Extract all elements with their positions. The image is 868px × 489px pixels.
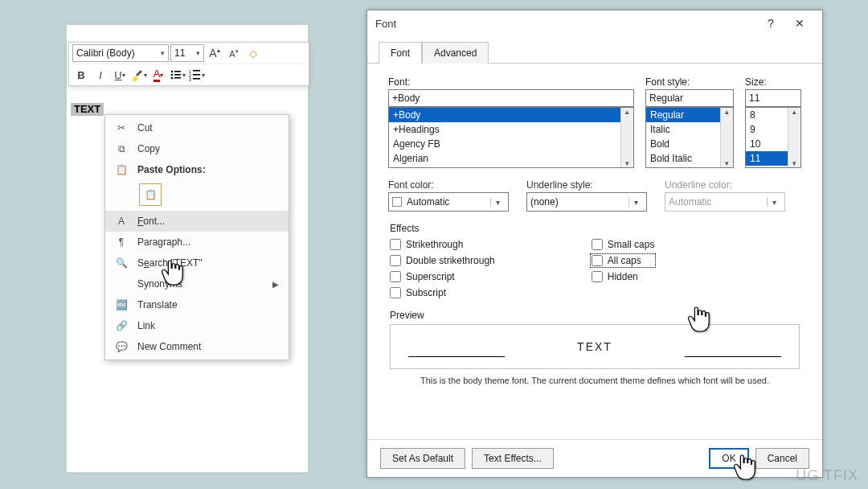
chk-strikethrough[interactable]: Strikethrough [390,239,495,250]
chk-double-strikethrough[interactable]: Double strikethrough [390,255,495,266]
ctx-link[interactable]: 🔗 Link [105,315,289,336]
label-font-color: Font color: [388,179,509,191]
highlight-button[interactable]: ▾ [130,66,148,84]
dialog-titlebar[interactable]: Font ? ✕ [367,10,822,36]
paste-keep-source-format[interactable]: 📋 [139,183,162,206]
ctx-new-comment[interactable]: 💬 New Comment [105,336,289,357]
underline-style-select[interactable]: (none) ▾ [526,192,647,212]
scrollbar[interactable]: ▴▾ [620,108,633,167]
watermark: UG TFIX [796,467,858,484]
translate-icon: 🔤 [113,299,129,310]
help-button[interactable]: ? [756,11,785,35]
font-name-combo[interactable]: Calibri (Body) ▾ [72,44,169,62]
svg-rect-5 [174,77,181,79]
close-button[interactable]: ✕ [785,11,814,35]
font-color-select[interactable]: Automatic ▾ [388,192,509,212]
ctx-font[interactable]: A Font... [105,211,289,232]
cancel-button[interactable]: Cancel [755,448,809,469]
list-item[interactable]: Anton [389,166,620,168]
ctx-search[interactable]: 🔍 Search "TEXT" [105,253,289,273]
svg-rect-11 [193,78,200,80]
list-item[interactable]: 11 [746,151,788,166]
bold-button[interactable]: B [72,66,90,84]
context-menu: ✂ Cut ⧉ Copy 📋 Paste Options: 📋 A Font..… [104,114,289,360]
ctx-synonyms[interactable]: Synonyms ▶ [105,273,289,294]
list-item[interactable]: Bold [646,137,720,151]
tab-advanced[interactable]: Advanced [422,42,489,64]
svg-rect-9 [193,74,200,76]
ctx-translate[interactable]: 🔤 Translate [105,294,289,315]
svg-text:3: 3 [189,77,191,81]
chk-superscript[interactable]: Superscript [390,271,495,282]
svg-rect-7 [193,70,200,72]
ctx-copy[interactable]: ⧉ Copy [105,138,289,159]
list-item[interactable]: Italic [646,122,720,137]
list-item[interactable]: 9 [746,122,788,137]
chk-subscript[interactable]: Subscript [390,287,495,298]
font-color-button[interactable]: A▾ [149,66,167,84]
font-style-list[interactable]: RegularItalicBoldBold Italic ▴▾ [645,107,734,168]
chk-small-caps[interactable]: Small caps [592,239,655,250]
svg-point-0 [171,71,174,73]
search-icon: 🔍 [113,257,129,269]
effects-group: Effects Strikethrough Double strikethrou… [390,223,800,298]
ctx-paragraph[interactable]: ¶ Paragraph... [105,232,289,253]
font-a-icon: A [113,216,129,227]
font-name-list[interactable]: +Body+HeadingsAgency FBAlgerianAnton ▴▾ [388,107,634,168]
scrollbar[interactable]: ▴▾ [788,108,800,167]
list-item[interactable]: Regular [646,108,720,122]
label-font: Font: [388,76,634,88]
font-name-input[interactable]: +Body [388,89,634,107]
list-item[interactable]: +Body [389,108,620,122]
list-item[interactable]: Agency FB [389,137,620,151]
dialog-button-row: Set As Default Text Effects... OK Cancel [367,439,822,477]
chevron-down-icon: ▾ [490,198,505,207]
list-item[interactable]: 8 [746,108,788,122]
scissors-icon: ✂ [113,122,129,134]
list-item[interactable]: 10 [746,137,788,151]
list-item[interactable]: 12 [746,166,788,168]
svg-rect-3 [174,74,181,76]
preview-note: This is the body theme font. The current… [390,376,800,385]
svg-point-2 [171,74,174,76]
effects-legend: Effects [390,223,419,234]
chevron-down-icon: ▾ [196,49,200,57]
ctx-cut[interactable]: ✂ Cut [105,117,289,138]
comment-icon: 💬 [113,341,129,352]
scrollbar[interactable]: ▴▾ [720,108,733,167]
svg-rect-1 [174,71,181,72]
grow-font-button[interactable]: A▴ [206,44,223,62]
font-size-input[interactable]: 11 [745,89,801,107]
italic-button[interactable]: I [92,66,109,84]
font-style-input[interactable]: Regular [645,89,734,107]
preview-text: TEXT [577,340,612,353]
set-as-default-button[interactable]: Set As Default [380,448,465,469]
preview-legend: Preview [390,310,424,321]
tab-font[interactable]: Font [379,42,422,64]
numbering-button[interactable]: 123▾ [188,66,206,84]
list-item[interactable]: +Headings [389,122,620,137]
font-size-list[interactable]: 89101112 ▴▾ [745,107,801,168]
copy-icon: ⧉ [113,143,129,154]
list-item[interactable]: Algerian [389,151,620,166]
shrink-font-button[interactable]: A▾ [225,44,243,62]
list-item[interactable]: Bold Italic [646,151,720,166]
dialog-title: Font [375,18,396,30]
ok-button[interactable]: OK [709,448,748,469]
link-icon: 🔗 [113,320,129,331]
selected-text[interactable]: TEXT [71,103,104,116]
mini-toolbar: Calibri (Body) ▾ 11 ▾ A▴ A▾ ◇ B I U▾ ▾ A… [68,42,309,86]
chevron-down-icon: ▾ [161,49,165,57]
ctx-paste-options: 📋 Paste Options: [105,159,289,180]
bullets-button[interactable]: ▾ [169,66,186,84]
chk-hidden[interactable]: Hidden [592,271,655,282]
label-size: Size: [745,76,801,88]
format-painter-button[interactable]: ◇ [244,44,262,62]
underline-button[interactable]: U▾ [111,66,129,84]
font-name-value: Calibri (Body) [76,47,135,59]
preview-box: TEXT [390,324,800,369]
chevron-down-icon: ▾ [767,198,781,207]
text-effects-button[interactable]: Text Effects... [472,448,554,469]
chk-all-caps[interactable]: All caps [592,255,655,266]
font-size-combo[interactable]: 11 ▾ [170,44,204,62]
